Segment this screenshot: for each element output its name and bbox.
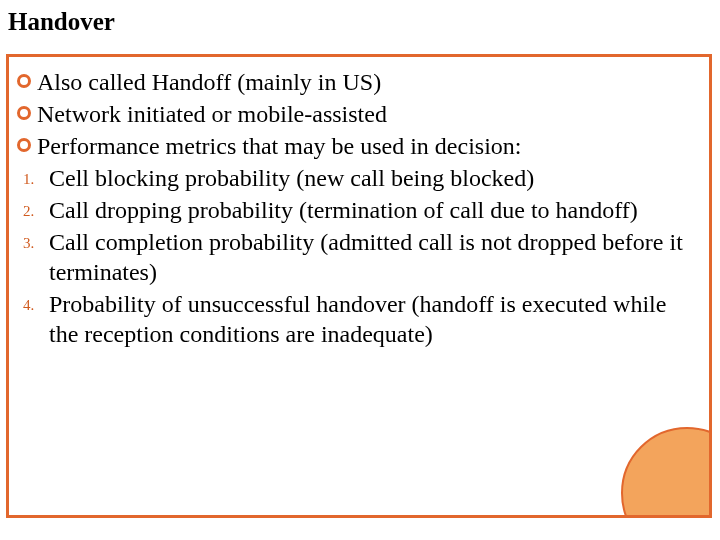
numbered-text: Call completion probability (admitted ca… (49, 227, 691, 287)
numbered-item: 4. Probability of unsuccessful handover … (17, 289, 691, 349)
ring-bullet-icon (17, 106, 31, 120)
bullet-text: Network initiated or mobile-assisted (37, 99, 691, 129)
number-marker: 2. (23, 195, 49, 221)
bullet-text: Performance metrics that may be used in … (37, 131, 691, 161)
numbered-item: 1. Cell blocking probability (new call b… (17, 163, 691, 193)
decorative-circle-icon (621, 427, 712, 518)
numbered-item: 2. Call dropping probability (terminatio… (17, 195, 691, 225)
bullet-item: Performance metrics that may be used in … (17, 131, 691, 161)
numbered-text: Probability of unsuccessful handover (ha… (49, 289, 691, 349)
ring-bullet-icon (17, 138, 31, 152)
bullet-item: Network initiated or mobile-assisted (17, 99, 691, 129)
numbered-text: Call dropping probability (termination o… (49, 195, 691, 225)
number-marker: 1. (23, 163, 49, 189)
slide-title: Handover (6, 8, 714, 36)
slide: Handover Also called Handoff (mainly in … (0, 0, 720, 540)
bullet-item: Also called Handoff (mainly in US) (17, 67, 691, 97)
bullet-text: Also called Handoff (mainly in US) (37, 67, 691, 97)
number-marker: 4. (23, 289, 49, 315)
numbered-text: Cell blocking probability (new call bein… (49, 163, 691, 193)
ring-bullet-icon (17, 74, 31, 88)
number-marker: 3. (23, 227, 49, 253)
numbered-item: 3. Call completion probability (admitted… (17, 227, 691, 287)
content-box: Also called Handoff (mainly in US) Netwo… (6, 54, 712, 518)
